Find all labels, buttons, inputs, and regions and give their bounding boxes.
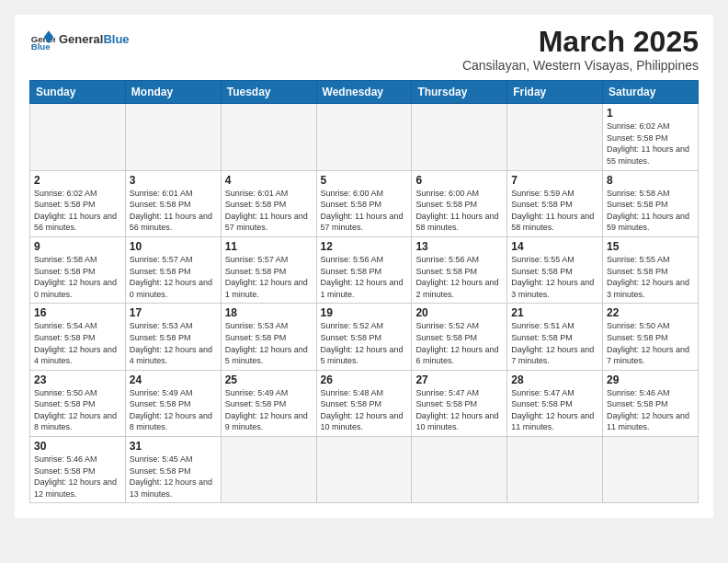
day-number: 17 (130, 306, 217, 319)
header: General Blue GeneralBlue March 2025 Cans… (29, 26, 699, 73)
day-info: Sunrise: 6:00 AM Sunset: 5:58 PM Dayligh… (321, 188, 408, 234)
day-number: 31 (130, 440, 217, 453)
day-info: Sunrise: 5:49 AM Sunset: 5:58 PM Dayligh… (225, 387, 313, 433)
week-row-0: 1Sunrise: 6:02 AM Sunset: 5:58 PM Daylig… (30, 104, 699, 170)
day-number: 1 (607, 107, 694, 120)
day-info: Sunrise: 5:53 AM Sunset: 5:58 PM Dayligh… (130, 320, 217, 366)
day-info: Sunrise: 6:02 AM Sunset: 5:58 PM Dayligh… (34, 188, 121, 234)
week-row-1: 2Sunrise: 6:02 AM Sunset: 5:58 PM Daylig… (30, 170, 699, 236)
calendar-cell: 15Sunrise: 5:55 AM Sunset: 5:58 PM Dayli… (603, 236, 699, 303)
day-info: Sunrise: 5:55 AM Sunset: 5:58 PM Dayligh… (511, 254, 598, 300)
calendar-cell: 4Sunrise: 6:01 AM Sunset: 5:58 PM Daylig… (221, 170, 316, 236)
day-number: 27 (415, 373, 503, 386)
day-number: 14 (511, 240, 598, 253)
calendar-cell: 12Sunrise: 5:56 AM Sunset: 5:58 PM Dayli… (316, 236, 412, 303)
day-number: 26 (321, 373, 408, 386)
calendar-cell: 11Sunrise: 5:57 AM Sunset: 5:58 PM Dayli… (221, 236, 316, 303)
day-number: 18 (225, 306, 313, 319)
day-number: 30 (34, 440, 121, 453)
calendar-cell: 14Sunrise: 5:55 AM Sunset: 5:58 PM Dayli… (507, 236, 603, 303)
day-info: Sunrise: 6:00 AM Sunset: 5:58 PM Dayligh… (415, 188, 503, 234)
day-number: 5 (321, 174, 408, 187)
day-number: 10 (130, 240, 217, 253)
day-number: 13 (415, 240, 503, 253)
day-header-tuesday: Tuesday (221, 81, 316, 104)
day-number: 19 (321, 306, 408, 319)
logo-icon: General Blue (29, 26, 55, 52)
calendar-cell (316, 437, 412, 503)
day-info: Sunrise: 5:47 AM Sunset: 5:58 PM Dayligh… (511, 387, 598, 433)
calendar-cell (125, 104, 221, 170)
calendar-cell (221, 437, 316, 503)
day-number: 8 (607, 174, 694, 187)
day-info: Sunrise: 5:46 AM Sunset: 5:58 PM Dayligh… (34, 454, 121, 500)
day-number: 11 (225, 240, 313, 253)
calendar-cell: 31Sunrise: 5:45 AM Sunset: 5:58 PM Dayli… (125, 437, 221, 503)
calendar-body: 1Sunrise: 6:02 AM Sunset: 5:58 PM Daylig… (30, 104, 699, 503)
day-header-sunday: Sunday (30, 81, 126, 104)
calendar-cell (603, 437, 699, 503)
day-info: Sunrise: 6:01 AM Sunset: 5:58 PM Dayligh… (130, 188, 217, 234)
day-number: 15 (607, 240, 694, 253)
calendar-cell: 24Sunrise: 5:49 AM Sunset: 5:58 PM Dayli… (125, 370, 221, 436)
day-number: 16 (34, 306, 121, 319)
calendar-cell: 18Sunrise: 5:53 AM Sunset: 5:58 PM Dayli… (221, 304, 316, 370)
day-info: Sunrise: 6:01 AM Sunset: 5:58 PM Dayligh… (225, 188, 313, 234)
day-header-saturday: Saturday (603, 81, 699, 104)
days-of-week-row: SundayMondayTuesdayWednesdayThursdayFrid… (30, 81, 699, 104)
calendar-cell: 8Sunrise: 5:58 AM Sunset: 5:58 PM Daylig… (603, 170, 699, 236)
day-info: Sunrise: 5:58 AM Sunset: 5:58 PM Dayligh… (607, 188, 694, 234)
calendar-cell: 29Sunrise: 5:46 AM Sunset: 5:58 PM Dayli… (603, 370, 699, 436)
day-info: Sunrise: 6:02 AM Sunset: 5:58 PM Dayligh… (607, 121, 694, 167)
day-info: Sunrise: 5:57 AM Sunset: 5:58 PM Dayligh… (130, 254, 217, 300)
calendar-cell: 2Sunrise: 6:02 AM Sunset: 5:58 PM Daylig… (30, 170, 126, 236)
day-info: Sunrise: 5:59 AM Sunset: 5:58 PM Dayligh… (511, 188, 598, 234)
calendar-cell (507, 437, 603, 503)
day-number: 24 (130, 373, 217, 386)
week-row-5: 30Sunrise: 5:46 AM Sunset: 5:58 PM Dayli… (30, 437, 699, 503)
calendar-cell (507, 104, 603, 170)
day-info: Sunrise: 5:55 AM Sunset: 5:58 PM Dayligh… (607, 254, 694, 300)
day-info: Sunrise: 5:52 AM Sunset: 5:58 PM Dayligh… (321, 320, 408, 366)
day-info: Sunrise: 5:54 AM Sunset: 5:58 PM Dayligh… (34, 320, 121, 366)
week-row-3: 16Sunrise: 5:54 AM Sunset: 5:58 PM Dayli… (30, 304, 699, 370)
calendar-cell (412, 104, 507, 170)
week-row-4: 23Sunrise: 5:50 AM Sunset: 5:58 PM Dayli… (30, 370, 699, 436)
calendar-cell: 28Sunrise: 5:47 AM Sunset: 5:58 PM Dayli… (507, 370, 603, 436)
calendar-table: SundayMondayTuesdayWednesdayThursdayFrid… (29, 80, 699, 503)
calendar-cell: 16Sunrise: 5:54 AM Sunset: 5:58 PM Dayli… (30, 304, 126, 370)
calendar-cell: 17Sunrise: 5:53 AM Sunset: 5:58 PM Dayli… (125, 304, 221, 370)
calendar-cell (221, 104, 316, 170)
day-info: Sunrise: 5:58 AM Sunset: 5:58 PM Dayligh… (34, 254, 121, 300)
day-info: Sunrise: 5:53 AM Sunset: 5:58 PM Dayligh… (225, 320, 313, 366)
day-number: 3 (130, 174, 217, 187)
logo: General Blue GeneralBlue (29, 26, 130, 52)
calendar-cell: 1Sunrise: 6:02 AM Sunset: 5:58 PM Daylig… (603, 104, 699, 170)
calendar-cell (412, 437, 507, 503)
calendar-cell: 23Sunrise: 5:50 AM Sunset: 5:58 PM Dayli… (30, 370, 126, 436)
day-header-wednesday: Wednesday (316, 81, 412, 104)
calendar-cell: 27Sunrise: 5:47 AM Sunset: 5:58 PM Dayli… (412, 370, 507, 436)
calendar-cell: 9Sunrise: 5:58 AM Sunset: 5:58 PM Daylig… (30, 236, 126, 303)
day-info: Sunrise: 5:48 AM Sunset: 5:58 PM Dayligh… (321, 387, 408, 433)
day-number: 9 (34, 240, 121, 253)
day-info: Sunrise: 5:46 AM Sunset: 5:58 PM Dayligh… (607, 387, 694, 433)
calendar-cell: 6Sunrise: 6:00 AM Sunset: 5:58 PM Daylig… (412, 170, 507, 236)
day-number: 12 (321, 240, 408, 253)
calendar-container: General Blue GeneralBlue March 2025 Cans… (15, 15, 713, 518)
day-info: Sunrise: 5:52 AM Sunset: 5:58 PM Dayligh… (415, 320, 503, 366)
day-number: 25 (225, 373, 313, 386)
location: Cansilayan, Western Visayas, Philippines (462, 58, 699, 73)
day-info: Sunrise: 5:50 AM Sunset: 5:58 PM Dayligh… (607, 320, 694, 366)
svg-text:Blue: Blue (31, 41, 51, 52)
calendar-cell: 26Sunrise: 5:48 AM Sunset: 5:58 PM Dayli… (316, 370, 412, 436)
day-number: 7 (511, 174, 598, 187)
calendar-cell: 21Sunrise: 5:51 AM Sunset: 5:58 PM Dayli… (507, 304, 603, 370)
calendar-cell: 30Sunrise: 5:46 AM Sunset: 5:58 PM Dayli… (30, 437, 126, 503)
day-number: 28 (511, 373, 598, 386)
day-info: Sunrise: 5:47 AM Sunset: 5:58 PM Dayligh… (415, 387, 503, 433)
day-number: 20 (415, 306, 503, 319)
day-number: 21 (511, 306, 598, 319)
calendar-cell: 22Sunrise: 5:50 AM Sunset: 5:58 PM Dayli… (603, 304, 699, 370)
day-number: 22 (607, 306, 694, 319)
